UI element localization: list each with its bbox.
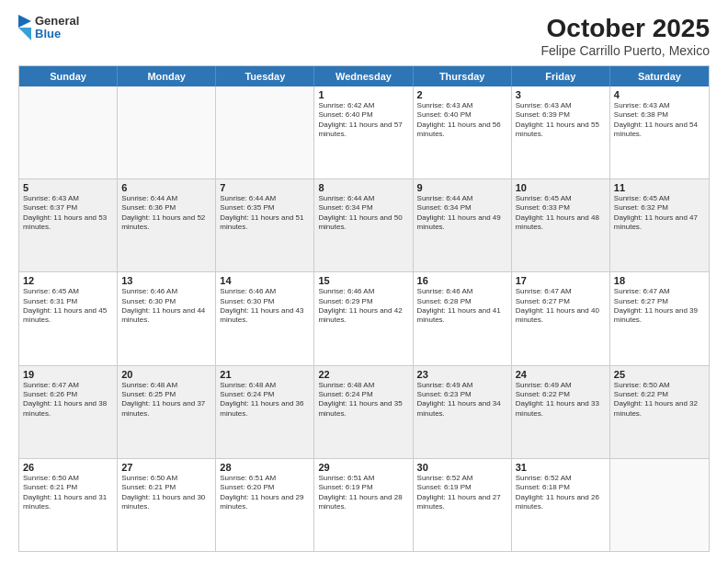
calendar-cell: 11Sunrise: 6:45 AM Sunset: 6:32 PM Dayli…	[610, 179, 709, 271]
calendar-cell: 13Sunrise: 6:46 AM Sunset: 6:30 PM Dayli…	[118, 272, 216, 364]
day-info: Sunrise: 6:45 AM Sunset: 6:31 PM Dayligh…	[23, 287, 113, 326]
calendar-subtitle: Felipe Carrillo Puerto, Mexico	[540, 43, 710, 58]
calendar-cell: 14Sunrise: 6:46 AM Sunset: 6:30 PM Dayli…	[216, 272, 314, 364]
day-info: Sunrise: 6:51 AM Sunset: 6:20 PM Dayligh…	[220, 474, 310, 512]
header-saturday: Saturday	[610, 66, 709, 86]
calendar-cell: 18Sunrise: 6:47 AM Sunset: 6:27 PM Dayli…	[610, 272, 709, 364]
day-number: 3	[516, 89, 606, 100]
day-info: Sunrise: 6:43 AM Sunset: 6:40 PM Dayligh…	[417, 101, 507, 140]
header-monday: Monday	[118, 66, 216, 86]
day-number: 2	[417, 89, 507, 100]
day-info: Sunrise: 6:49 AM Sunset: 6:23 PM Dayligh…	[417, 381, 507, 419]
calendar-cell: 26Sunrise: 6:50 AM Sunset: 6:21 PM Dayli…	[19, 459, 118, 551]
calendar-cell: 5Sunrise: 6:43 AM Sunset: 6:37 PM Daylig…	[19, 179, 118, 271]
calendar-cell: 10Sunrise: 6:45 AM Sunset: 6:33 PM Dayli…	[512, 179, 610, 271]
calendar-cell: 3Sunrise: 6:43 AM Sunset: 6:39 PM Daylig…	[512, 86, 610, 178]
day-number: 17	[516, 275, 606, 286]
day-number: 9	[417, 182, 507, 193]
day-number: 11	[614, 182, 705, 193]
calendar-cell: 1Sunrise: 6:42 AM Sunset: 6:40 PM Daylig…	[314, 86, 413, 178]
day-number: 24	[516, 369, 606, 380]
calendar-cell: 22Sunrise: 6:48 AM Sunset: 6:24 PM Dayli…	[314, 366, 413, 458]
day-info: Sunrise: 6:43 AM Sunset: 6:37 PM Dayligh…	[23, 194, 113, 233]
calendar-cell: 12Sunrise: 6:45 AM Sunset: 6:31 PM Dayli…	[19, 272, 118, 364]
day-info: Sunrise: 6:46 AM Sunset: 6:30 PM Dayligh…	[121, 287, 211, 326]
header-tuesday: Tuesday	[216, 66, 314, 86]
calendar-cell: 31Sunrise: 6:52 AM Sunset: 6:18 PM Dayli…	[512, 459, 610, 551]
day-info: Sunrise: 6:51 AM Sunset: 6:19 PM Dayligh…	[318, 474, 408, 512]
day-info: Sunrise: 6:49 AM Sunset: 6:22 PM Dayligh…	[516, 381, 606, 419]
logo-triangle-icon	[18, 15, 31, 40]
calendar-week-2: 5Sunrise: 6:43 AM Sunset: 6:37 PM Daylig…	[19, 179, 709, 272]
day-info: Sunrise: 6:42 AM Sunset: 6:40 PM Dayligh…	[318, 101, 408, 140]
calendar-cell: 17Sunrise: 6:47 AM Sunset: 6:27 PM Dayli…	[512, 272, 610, 364]
calendar-cell: 21Sunrise: 6:48 AM Sunset: 6:24 PM Dayli…	[216, 366, 314, 458]
day-number: 23	[417, 369, 507, 380]
day-info: Sunrise: 6:46 AM Sunset: 6:29 PM Dayligh…	[318, 287, 408, 326]
page: General Blue October 2025 Felipe Carrill…	[0, 0, 728, 563]
day-number: 28	[220, 462, 310, 473]
calendar-cell: 19Sunrise: 6:47 AM Sunset: 6:26 PM Dayli…	[19, 366, 118, 458]
day-number: 14	[220, 275, 310, 286]
calendar-title: October 2025	[540, 15, 710, 43]
day-info: Sunrise: 6:44 AM Sunset: 6:36 PM Dayligh…	[121, 194, 211, 233]
calendar-cell: 6Sunrise: 6:44 AM Sunset: 6:36 PM Daylig…	[118, 179, 216, 271]
day-number: 30	[417, 462, 507, 473]
day-number: 15	[318, 275, 408, 286]
calendar-cell: 23Sunrise: 6:49 AM Sunset: 6:23 PM Dayli…	[414, 366, 512, 458]
day-number: 19	[23, 369, 113, 380]
header: General Blue October 2025 Felipe Carrill…	[18, 15, 710, 58]
calendar-cell: 25Sunrise: 6:50 AM Sunset: 6:22 PM Dayli…	[610, 366, 709, 458]
header-thursday: Thursday	[414, 66, 512, 86]
day-number: 27	[121, 462, 211, 473]
calendar-cell: 27Sunrise: 6:50 AM Sunset: 6:21 PM Dayli…	[118, 459, 216, 551]
day-number: 25	[614, 369, 705, 380]
day-info: Sunrise: 6:52 AM Sunset: 6:19 PM Dayligh…	[417, 474, 507, 512]
day-number: 20	[121, 369, 211, 380]
day-info: Sunrise: 6:47 AM Sunset: 6:27 PM Dayligh…	[516, 287, 606, 326]
header-friday: Friday	[512, 66, 610, 86]
calendar-cell: 9Sunrise: 6:44 AM Sunset: 6:34 PM Daylig…	[414, 179, 512, 271]
day-info: Sunrise: 6:46 AM Sunset: 6:28 PM Dayligh…	[417, 287, 507, 326]
calendar-cell: 20Sunrise: 6:48 AM Sunset: 6:25 PM Dayli…	[118, 366, 216, 458]
calendar-cell	[610, 459, 709, 551]
logo-blue: Blue	[35, 28, 79, 40]
day-number: 13	[121, 275, 211, 286]
day-number: 12	[23, 275, 113, 286]
calendar-cell: 4Sunrise: 6:43 AM Sunset: 6:38 PM Daylig…	[610, 86, 709, 178]
logo: General Blue	[18, 15, 79, 41]
calendar-cell: 24Sunrise: 6:49 AM Sunset: 6:22 PM Dayli…	[512, 366, 610, 458]
day-number: 22	[318, 369, 408, 380]
calendar-cell: 28Sunrise: 6:51 AM Sunset: 6:20 PM Dayli…	[216, 459, 314, 551]
day-number: 21	[220, 369, 310, 380]
calendar-cell: 7Sunrise: 6:44 AM Sunset: 6:35 PM Daylig…	[216, 179, 314, 271]
day-number: 31	[516, 462, 606, 473]
day-info: Sunrise: 6:48 AM Sunset: 6:24 PM Dayligh…	[220, 381, 310, 419]
day-info: Sunrise: 6:52 AM Sunset: 6:18 PM Dayligh…	[516, 474, 606, 512]
calendar-week-3: 12Sunrise: 6:45 AM Sunset: 6:31 PM Dayli…	[19, 272, 709, 365]
calendar-week-4: 19Sunrise: 6:47 AM Sunset: 6:26 PM Dayli…	[19, 366, 709, 459]
calendar-cell: 2Sunrise: 6:43 AM Sunset: 6:40 PM Daylig…	[414, 86, 512, 178]
day-number: 8	[318, 182, 408, 193]
day-info: Sunrise: 6:50 AM Sunset: 6:21 PM Dayligh…	[23, 474, 113, 512]
day-number: 7	[220, 182, 310, 193]
day-info: Sunrise: 6:47 AM Sunset: 6:27 PM Dayligh…	[614, 287, 705, 326]
calendar-header: Sunday Monday Tuesday Wednesday Thursday…	[19, 66, 709, 86]
day-info: Sunrise: 6:43 AM Sunset: 6:39 PM Dayligh…	[516, 101, 606, 140]
day-info: Sunrise: 6:44 AM Sunset: 6:34 PM Dayligh…	[318, 194, 408, 233]
calendar-cell	[216, 86, 314, 178]
header-wednesday: Wednesday	[314, 66, 413, 86]
day-number: 16	[417, 275, 507, 286]
day-info: Sunrise: 6:50 AM Sunset: 6:22 PM Dayligh…	[614, 381, 705, 419]
day-number: 29	[318, 462, 408, 473]
day-info: Sunrise: 6:46 AM Sunset: 6:30 PM Dayligh…	[220, 287, 310, 326]
logo-general: General	[35, 15, 79, 28]
day-info: Sunrise: 6:43 AM Sunset: 6:38 PM Dayligh…	[614, 101, 705, 140]
day-info: Sunrise: 6:47 AM Sunset: 6:26 PM Dayligh…	[23, 381, 113, 419]
day-number: 10	[516, 182, 606, 193]
calendar-week-1: 1Sunrise: 6:42 AM Sunset: 6:40 PM Daylig…	[19, 86, 709, 179]
day-number: 4	[614, 89, 705, 100]
day-info: Sunrise: 6:44 AM Sunset: 6:35 PM Dayligh…	[220, 194, 310, 233]
day-number: 6	[121, 182, 211, 193]
calendar-week-5: 26Sunrise: 6:50 AM Sunset: 6:21 PM Dayli…	[19, 459, 709, 551]
